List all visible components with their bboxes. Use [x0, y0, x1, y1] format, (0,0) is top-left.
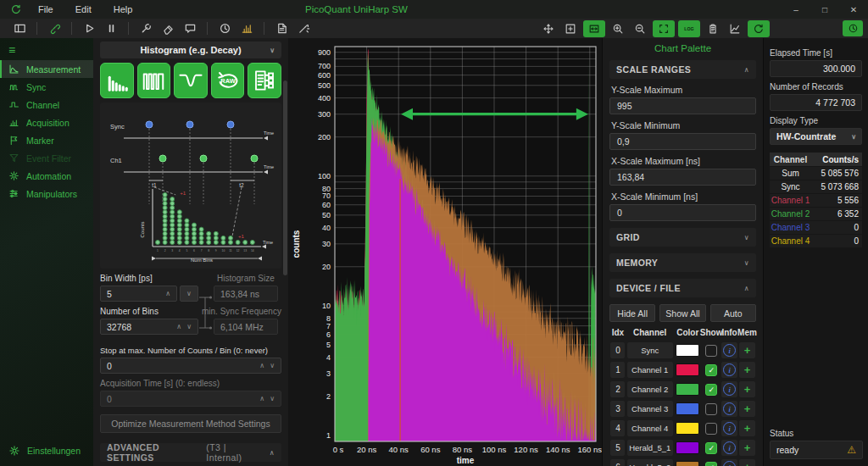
auto-button[interactable]: Auto	[710, 304, 756, 322]
scrollbar[interactable]	[283, 80, 287, 275]
log-button[interactable]: LOG	[678, 20, 700, 37]
menu-help[interactable]: Help	[103, 4, 144, 14]
svg-text:0 s: 0 s	[333, 445, 344, 454]
close-button[interactable]: ✕	[839, 0, 868, 19]
method-button-pulse-train[interactable]	[137, 63, 171, 98]
sidebar-item-measurement[interactable]: Measurement	[0, 60, 93, 78]
maximize-button[interactable]: □	[810, 0, 839, 19]
channel-memory-add-button[interactable]: +	[739, 362, 755, 378]
x-scale-min-input[interactable]: 0	[609, 204, 756, 221]
fit-width-button[interactable]	[583, 20, 605, 37]
histogram-chart[interactable]: 9007006005004003002001008070605040302010…	[288, 38, 602, 466]
reset-button[interactable]	[748, 20, 770, 37]
stats-button[interactable]	[724, 20, 746, 37]
eraser-button[interactable]	[157, 20, 179, 37]
channel-show-checkbox[interactable]: ✓	[705, 384, 717, 396]
channel-color-swatch[interactable]	[676, 422, 699, 435]
rate-button[interactable]	[236, 20, 258, 37]
play-button[interactable]	[78, 20, 100, 37]
sidebar-item-automation[interactable]: Automation	[0, 167, 93, 185]
channel-info-button[interactable]: i	[721, 342, 737, 358]
memory-section-header[interactable]: MEMORY ∨	[609, 253, 756, 272]
channel-memory-add-button[interactable]: +	[739, 381, 755, 397]
timer-toggle-button[interactable]	[843, 20, 863, 36]
channel-info-button[interactable]: i	[721, 459, 737, 466]
channel-info-button[interactable]: i	[721, 381, 737, 397]
channel-show-checkbox[interactable]	[705, 423, 717, 435]
copy-button[interactable]	[702, 20, 724, 37]
channel-color-swatch[interactable]	[676, 344, 699, 357]
spinner-up-icon[interactable]: ∧	[163, 290, 173, 297]
spinner-down-icon[interactable]: ∨	[184, 323, 194, 330]
minimize-button[interactable]: –	[782, 0, 810, 19]
clock-button[interactable]	[214, 20, 236, 37]
select-zoom-button[interactable]	[653, 20, 675, 37]
channel-show-checkbox[interactable]	[705, 403, 717, 415]
sidebar-item-einstellungen[interactable]: Einstellungen	[0, 441, 102, 459]
method-button-raw[interactable]: RAW	[211, 63, 245, 98]
optimize-settings-button[interactable]: Optimize Measurement Method Settings	[100, 414, 281, 433]
scale-ranges-header[interactable]: SCALE RANGES ∧	[609, 60, 756, 79]
panel-toggle-button[interactable]	[8, 20, 31, 37]
spinner-up-icon[interactable]: ∧	[257, 395, 267, 402]
advanced-settings-header[interactable]: ADVANCED SETTINGS (T3 | Internal) ∧	[100, 443, 281, 462]
channel-info-button[interactable]: i	[721, 420, 737, 436]
spinner-up-icon[interactable]: ∧	[257, 362, 267, 369]
menu-icon[interactable]: ≡	[0, 38, 93, 60]
stop-at-max-input[interactable]: 0 ∧ ∨	[100, 358, 281, 374]
device-file-section-header[interactable]: DEVICE / FILE ∧	[609, 279, 756, 297]
channel-memory-add-button[interactable]: +	[739, 440, 755, 456]
sidebar-item-channel[interactable]: Channel	[0, 96, 93, 114]
zoom-out-button[interactable]	[629, 20, 651, 37]
spinner-up-icon[interactable]: ∧	[174, 323, 184, 330]
channel-color-swatch[interactable]	[676, 461, 699, 466]
link-button[interactable]	[43, 20, 65, 37]
hide-all-button[interactable]: Hide All	[609, 304, 655, 322]
show-all-button[interactable]: Show All	[659, 304, 705, 322]
wand-button[interactable]	[292, 20, 314, 37]
channel-show-checkbox[interactable]: ✓	[705, 442, 717, 454]
channel-memory-add-button[interactable]: +	[739, 420, 755, 436]
spinner-down-icon[interactable]: ∨	[267, 395, 277, 402]
acquisition-time-input[interactable]: 0 ∧ ∨	[100, 391, 281, 407]
channel-show-checkbox[interactable]: ✓	[705, 462, 717, 466]
measurement-method-select[interactable]: Histogram (e.g. Decay) ∨	[100, 42, 281, 58]
move-button[interactable]	[537, 20, 559, 37]
method-button-file-split[interactable]	[248, 63, 281, 98]
display-type-select[interactable]: HW-Countrate ∨	[770, 128, 862, 145]
zoom-in-button[interactable]	[607, 20, 629, 37]
bin-width-dropdown[interactable]: ∨	[180, 286, 198, 302]
spinner-down-icon[interactable]: ∨	[267, 362, 277, 369]
expand-button[interactable]	[559, 20, 581, 37]
menu-file[interactable]: File	[27, 4, 64, 14]
channel-info-button[interactable]: i	[721, 440, 737, 456]
method-button-hist-decay[interactable]	[100, 63, 134, 98]
comment-button[interactable]	[179, 20, 201, 37]
menu-edit[interactable]: Edit	[64, 4, 103, 14]
channel-color-swatch[interactable]	[676, 402, 699, 415]
channel-color-swatch[interactable]	[676, 363, 699, 376]
channel-color-swatch[interactable]	[676, 383, 699, 396]
grid-section-header[interactable]: GRID ∨	[609, 228, 756, 247]
num-bins-input[interactable]: 32768 ∧ ∨	[100, 319, 198, 335]
channel-memory-add-button[interactable]: +	[739, 459, 755, 466]
method-button-dip-curve[interactable]	[174, 63, 208, 98]
pause-button[interactable]	[100, 20, 122, 37]
y-scale-max-input[interactable]: 995	[609, 97, 756, 114]
y-scale-min-input[interactable]: 0,9	[609, 133, 756, 150]
channel-memory-add-button[interactable]: +	[739, 401, 755, 417]
channel-show-checkbox[interactable]: ✓	[705, 364, 717, 376]
bin-width-input[interactable]: 5 ∧	[100, 286, 177, 302]
channel-show-checkbox[interactable]	[705, 345, 717, 357]
sidebar-item-sync[interactable]: Sync	[0, 78, 93, 96]
channel-info-button[interactable]: i	[721, 362, 737, 378]
channel-memory-add-button[interactable]: +	[739, 342, 755, 358]
channel-color-swatch[interactable]	[676, 441, 699, 454]
sidebar-item-manipulators[interactable]: Manipulators	[0, 185, 93, 202]
x-scale-max-input[interactable]: 163,84	[609, 169, 756, 186]
wrench-button[interactable]	[135, 20, 157, 37]
sidebar-item-marker[interactable]: Marker	[0, 131, 93, 149]
sidebar-item-acquisition[interactable]: Acquisition	[0, 114, 93, 131]
channel-info-button[interactable]: i	[721, 401, 737, 417]
page-button[interactable]	[270, 20, 292, 37]
